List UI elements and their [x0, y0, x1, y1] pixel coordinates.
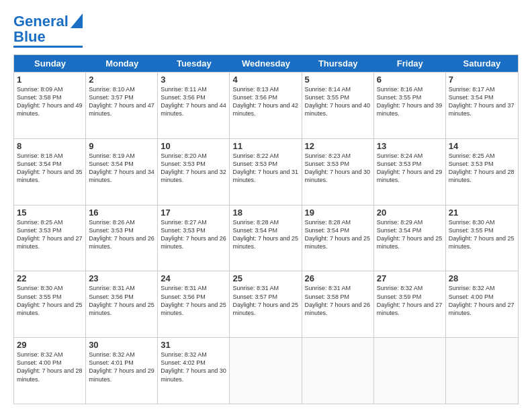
day-info: Sunrise: 8:20 AM Sunset: 3:53 PM Dayligh… [161, 152, 226, 185]
day-number: 3 [161, 75, 226, 85]
day-number: 24 [161, 273, 226, 283]
day-number: 22 [17, 273, 83, 283]
day-info: Sunrise: 8:32 AM Sunset: 4:00 PM Dayligh… [449, 284, 515, 317]
day-info: Sunrise: 8:29 AM Sunset: 3:54 PM Dayligh… [377, 218, 443, 251]
calendar-week-2: 8Sunrise: 8:18 AM Sunset: 3:54 PM Daylig… [14, 138, 518, 205]
day-number: 4 [232, 75, 298, 85]
day-header-sunday: Sunday [14, 55, 86, 72]
day-header-tuesday: Tuesday [158, 55, 230, 72]
day-number: 5 [305, 75, 371, 85]
day-number: 7 [449, 75, 515, 85]
day-info: Sunrise: 8:17 AM Sunset: 3:54 PM Dayligh… [449, 85, 515, 118]
day-info: Sunrise: 8:28 AM Sunset: 3:54 PM Dayligh… [232, 218, 298, 251]
day-info: Sunrise: 8:31 AM Sunset: 3:58 PM Dayligh… [305, 284, 371, 317]
calendar-day-6: 6Sunrise: 8:16 AM Sunset: 3:55 PM Daylig… [374, 73, 446, 138]
calendar-day-1: 1Sunrise: 8:09 AM Sunset: 3:58 PM Daylig… [14, 73, 86, 138]
day-number: 15 [17, 208, 83, 218]
day-number: 8 [17, 141, 83, 151]
calendar-day-3: 3Sunrise: 8:11 AM Sunset: 3:56 PM Daylig… [158, 73, 230, 138]
day-number: 9 [89, 141, 154, 151]
day-number: 6 [377, 75, 443, 85]
calendar-day-20: 20Sunrise: 8:29 AM Sunset: 3:54 PM Dayli… [374, 205, 446, 271]
calendar-week-1: 1Sunrise: 8:09 AM Sunset: 3:58 PM Daylig… [14, 72, 518, 138]
calendar-day-15: 15Sunrise: 8:25 AM Sunset: 3:53 PM Dayli… [14, 205, 86, 271]
calendar-week-3: 15Sunrise: 8:25 AM Sunset: 3:53 PM Dayli… [14, 205, 518, 271]
calendar-day-27: 27Sunrise: 8:32 AM Sunset: 3:59 PM Dayli… [374, 271, 446, 337]
day-info: Sunrise: 8:32 AM Sunset: 4:00 PM Dayligh… [17, 351, 83, 383]
day-number: 25 [232, 273, 298, 283]
day-info: Sunrise: 8:11 AM Sunset: 3:56 PM Dayligh… [161, 85, 226, 118]
calendar-day-13: 13Sunrise: 8:24 AM Sunset: 3:53 PM Dayli… [374, 139, 446, 205]
calendar-day-21: 21Sunrise: 8:30 AM Sunset: 3:55 PM Dayli… [446, 205, 518, 271]
day-number: 16 [89, 208, 154, 218]
day-header-saturday: Saturday [446, 55, 518, 72]
day-number: 18 [232, 208, 298, 218]
calendar-day-30: 30Sunrise: 8:32 AM Sunset: 4:01 PM Dayli… [86, 338, 158, 404]
calendar-day-26: 26Sunrise: 8:31 AM Sunset: 3:58 PM Dayli… [302, 271, 374, 337]
day-info: Sunrise: 8:25 AM Sunset: 3:53 PM Dayligh… [449, 152, 515, 185]
day-number: 29 [17, 340, 83, 350]
day-info: Sunrise: 8:32 AM Sunset: 4:01 PM Dayligh… [89, 351, 154, 383]
day-info: Sunrise: 8:31 AM Sunset: 3:56 PM Dayligh… [161, 284, 226, 317]
calendar-day-12: 12Sunrise: 8:23 AM Sunset: 3:53 PM Dayli… [302, 139, 374, 205]
day-info: Sunrise: 8:32 AM Sunset: 3:59 PM Dayligh… [377, 284, 443, 317]
calendar-day-empty [230, 338, 302, 404]
calendar-day-25: 25Sunrise: 8:31 AM Sunset: 3:57 PM Dayli… [230, 271, 302, 337]
calendar-day-29: 29Sunrise: 8:32 AM Sunset: 4:00 PM Dayli… [14, 338, 86, 404]
day-info: Sunrise: 8:27 AM Sunset: 3:53 PM Dayligh… [161, 218, 226, 251]
calendar-day-empty [374, 338, 446, 404]
day-info: Sunrise: 8:31 AM Sunset: 3:57 PM Dayligh… [232, 284, 298, 317]
day-info: Sunrise: 8:26 AM Sunset: 3:53 PM Dayligh… [89, 218, 154, 251]
calendar-day-4: 4Sunrise: 8:13 AM Sunset: 3:56 PM Daylig… [230, 73, 302, 138]
calendar-day-5: 5Sunrise: 8:14 AM Sunset: 3:55 PM Daylig… [302, 73, 374, 138]
day-info: Sunrise: 8:18 AM Sunset: 3:54 PM Dayligh… [17, 152, 83, 185]
header: General Blue [13, 12, 519, 48]
day-info: Sunrise: 8:16 AM Sunset: 3:55 PM Dayligh… [377, 85, 443, 118]
day-info: Sunrise: 8:09 AM Sunset: 3:58 PM Dayligh… [17, 85, 83, 118]
day-header-monday: Monday [86, 55, 158, 72]
day-number: 23 [89, 273, 154, 283]
logo-text: General [13, 14, 69, 29]
day-number: 20 [377, 208, 443, 218]
calendar-day-2: 2Sunrise: 8:10 AM Sunset: 3:57 PM Daylig… [86, 73, 158, 138]
page: General Blue SundayMondayTuesdayWednesda… [0, 0, 532, 411]
calendar-header: SundayMondayTuesdayWednesdayThursdayFrid… [14, 55, 518, 72]
day-info: Sunrise: 8:22 AM Sunset: 3:53 PM Dayligh… [232, 152, 298, 185]
day-number: 21 [449, 208, 515, 218]
logo: General Blue [13, 12, 83, 48]
calendar-day-23: 23Sunrise: 8:31 AM Sunset: 3:56 PM Dayli… [86, 271, 158, 337]
calendar: SundayMondayTuesdayWednesdayThursdayFrid… [13, 54, 519, 404]
day-info: Sunrise: 8:31 AM Sunset: 3:56 PM Dayligh… [89, 284, 154, 317]
day-info: Sunrise: 8:28 AM Sunset: 3:54 PM Dayligh… [305, 218, 371, 251]
day-header-wednesday: Wednesday [230, 55, 302, 72]
day-header-thursday: Thursday [302, 55, 374, 72]
day-info: Sunrise: 8:30 AM Sunset: 3:55 PM Dayligh… [449, 218, 515, 251]
calendar-day-16: 16Sunrise: 8:26 AM Sunset: 3:53 PM Dayli… [86, 205, 158, 271]
calendar-day-31: 31Sunrise: 8:32 AM Sunset: 4:02 PM Dayli… [158, 338, 230, 404]
day-number: 26 [305, 273, 371, 283]
day-number: 11 [232, 141, 298, 151]
calendar-day-28: 28Sunrise: 8:32 AM Sunset: 4:00 PM Dayli… [446, 271, 518, 337]
day-info: Sunrise: 8:19 AM Sunset: 3:54 PM Dayligh… [89, 152, 154, 185]
calendar-day-7: 7Sunrise: 8:17 AM Sunset: 3:54 PM Daylig… [446, 73, 518, 138]
calendar-day-10: 10Sunrise: 8:20 AM Sunset: 3:53 PM Dayli… [158, 139, 230, 205]
day-number: 31 [161, 340, 226, 350]
calendar-day-8: 8Sunrise: 8:18 AM Sunset: 3:54 PM Daylig… [14, 139, 86, 205]
calendar-day-14: 14Sunrise: 8:25 AM Sunset: 3:53 PM Dayli… [446, 139, 518, 205]
calendar-day-17: 17Sunrise: 8:27 AM Sunset: 3:53 PM Dayli… [158, 205, 230, 271]
day-info: Sunrise: 8:14 AM Sunset: 3:55 PM Dayligh… [305, 85, 371, 118]
calendar-week-5: 29Sunrise: 8:32 AM Sunset: 4:00 PM Dayli… [14, 337, 518, 404]
day-number: 19 [305, 208, 371, 218]
day-info: Sunrise: 8:23 AM Sunset: 3:53 PM Dayligh… [305, 152, 371, 185]
day-number: 2 [89, 75, 154, 85]
calendar-day-22: 22Sunrise: 8:30 AM Sunset: 3:55 PM Dayli… [14, 271, 86, 337]
calendar-body: 1Sunrise: 8:09 AM Sunset: 3:58 PM Daylig… [14, 72, 518, 404]
svg-marker-0 [71, 13, 83, 28]
day-info: Sunrise: 8:10 AM Sunset: 3:57 PM Dayligh… [89, 85, 154, 118]
day-info: Sunrise: 8:30 AM Sunset: 3:55 PM Dayligh… [17, 284, 83, 317]
day-number: 30 [89, 340, 154, 350]
day-number: 12 [305, 141, 371, 151]
day-info: Sunrise: 8:13 AM Sunset: 3:56 PM Dayligh… [232, 85, 298, 118]
calendar-day-24: 24Sunrise: 8:31 AM Sunset: 3:56 PM Dayli… [158, 271, 230, 337]
day-number: 28 [449, 273, 515, 283]
